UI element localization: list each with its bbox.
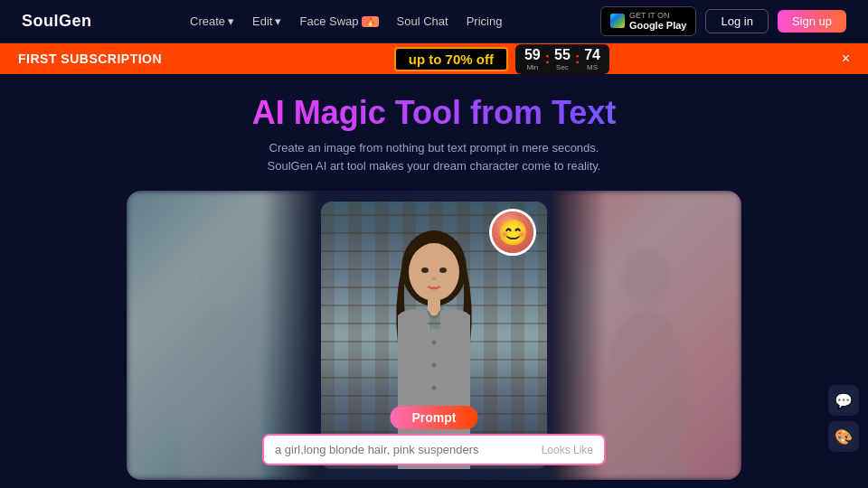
timer-sep-2: : — [575, 51, 580, 67]
promo-timer: 59 Min : 55 Sec : 74 MS — [515, 44, 609, 74]
nav-soul-chat[interactable]: Soul Chat — [397, 14, 448, 28]
hero-subtitle: Create an image from nothing but text pr… — [0, 139, 868, 174]
promo-close-button[interactable]: × — [842, 51, 850, 67]
chevron-down-icon: ▾ — [275, 14, 281, 28]
nav-links: Create ▾ Edit ▾ Face Swap 🔥 Soul Chat Pr… — [190, 14, 502, 28]
nav-pricing[interactable]: Pricing — [467, 14, 503, 28]
float-chat-icon[interactable]: 💬 — [828, 385, 859, 416]
timer-sep: : — [545, 51, 550, 67]
woman-figure-svg — [353, 225, 515, 469]
chevron-down-icon: ▾ — [228, 14, 234, 28]
promo-center: up to 70% off 59 Min : 55 Sec : 74 MS — [394, 44, 609, 74]
prompt-label: Prompt — [391, 406, 478, 429]
prompt-input[interactable] — [264, 436, 531, 464]
brand-logo[interactable]: SoulGen — [22, 12, 92, 31]
timer-minutes: 59 Min — [524, 47, 541, 71]
face-circle-inner — [492, 211, 533, 253]
float-icons: 💬 🎨 — [828, 385, 859, 452]
hero-title: AI Magic Tool from Text — [0, 94, 868, 132]
promo-banner: FIRST SUBSCRIPTION up to 70% off 59 Min … — [0, 43, 868, 74]
svg-point-7 — [432, 341, 437, 345]
svg-point-3 — [409, 243, 459, 301]
float-art-icon[interactable]: 🎨 — [828, 421, 859, 452]
nav-create[interactable]: Create ▾ — [190, 14, 234, 28]
timer-seconds: 55 Sec — [554, 47, 571, 71]
svg-point-8 — [432, 363, 437, 368]
google-play-icon — [610, 14, 625, 28]
face-swap-badge: 🔥 — [362, 16, 379, 27]
promo-offer: up to 70% off — [394, 47, 508, 71]
face-swap-circle — [489, 209, 536, 256]
google-play-button[interactable]: GET IT ON Google Play — [600, 6, 697, 37]
prompt-input-row: Looks Like — [262, 434, 606, 465]
svg-point-4 — [421, 267, 429, 273]
signup-button[interactable]: Sign up — [778, 10, 846, 33]
nav-face-swap[interactable]: Face Swap 🔥 — [299, 14, 378, 28]
svg-point-5 — [439, 267, 447, 273]
svg-point-1 — [621, 248, 672, 305]
svg-point-0 — [196, 248, 247, 305]
navbar: SoulGen Create ▾ Edit ▾ Face Swap 🔥 Soul… — [0, 0, 868, 43]
timer-ms: 74 MS — [584, 47, 600, 71]
login-button[interactable]: Log in — [705, 9, 768, 33]
looks-like-button[interactable]: Looks Like — [531, 436, 604, 464]
nav-right: GET IT ON Google Play Log in Sign up — [600, 6, 846, 37]
carousel-container: Prompt Looks Like — [127, 191, 741, 480]
promo-left-text: FIRST SUBSCRIPTION — [18, 52, 162, 66]
svg-point-9 — [432, 386, 437, 390]
hero-section: AI Magic Tool from Text Create an image … — [0, 74, 868, 183]
nav-edit[interactable]: Edit ▾ — [252, 14, 281, 28]
